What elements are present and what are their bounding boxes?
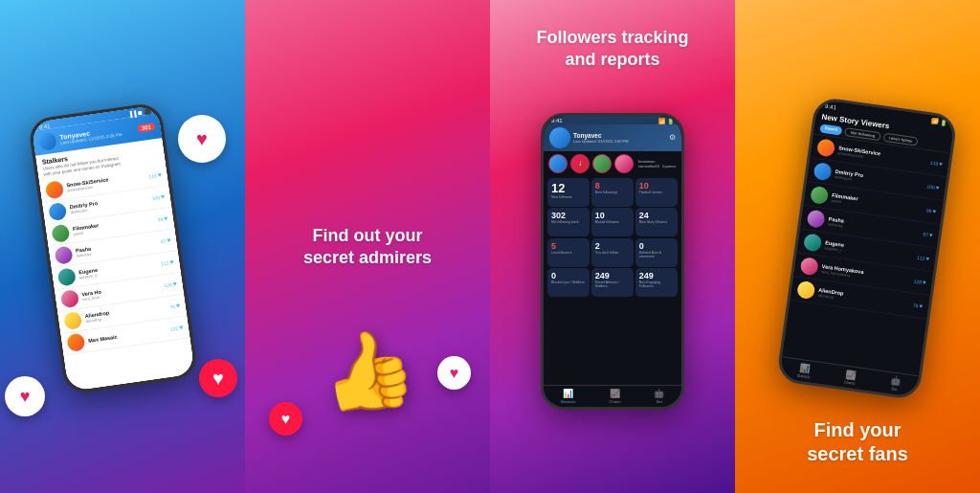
heart-count: 100 ♥ xyxy=(926,183,940,190)
nav-statistics[interactable]: 📊 Statistics xyxy=(561,389,576,404)
heart-count: 87 ♥ xyxy=(923,231,933,237)
stat-label: New Story Viewers xyxy=(639,220,674,224)
avatar xyxy=(800,257,819,276)
stat-box: 12 New followers xyxy=(547,178,590,207)
heart-count: 76 ♥ xyxy=(913,302,924,308)
stat-box: 8 New followings xyxy=(591,178,634,207)
bot-icon: 🤖 xyxy=(654,389,664,398)
heart-count: 112 ♥ xyxy=(161,258,174,266)
stat-number: 12 xyxy=(551,181,586,195)
heart-icon: ♥ xyxy=(932,208,936,213)
user-info: Max Masaic xyxy=(88,326,167,343)
heart-icon: ♥ xyxy=(923,279,926,284)
statistics-icon: 📊 xyxy=(563,389,573,398)
heart-count: 112 ♥ xyxy=(917,254,930,261)
stat-label: Not following back xyxy=(551,220,586,224)
heart-count: 128 ♥ xyxy=(164,280,177,288)
settings-icon[interactable]: ⚙ xyxy=(669,133,676,142)
heart-icon-red: ♥ xyxy=(199,359,237,397)
panel-2-headline: Find out yoursecret admirers xyxy=(303,225,432,268)
heart-count: 87 ♥ xyxy=(160,236,171,244)
story-av-1 xyxy=(548,154,568,173)
stat-label: Mutual followers xyxy=(595,220,630,224)
panel-4-headline: Find yoursecret fans xyxy=(746,418,969,466)
nav-charts[interactable]: 📈 Charts xyxy=(610,389,621,404)
heart-icon-white-2: ♥ xyxy=(5,376,45,416)
stat-label: You don't follow xyxy=(595,251,630,255)
pill-not-following[interactable]: Not following xyxy=(844,127,880,141)
heart-count: 108 ♥ xyxy=(151,192,165,201)
avatar xyxy=(60,288,79,307)
user-name: Max Masaic xyxy=(88,326,167,343)
avatar xyxy=(57,266,77,285)
stat-number: 5 xyxy=(551,241,586,251)
phone-3: 9:41 📶 🔋 Tonyavec Last Updated: 01/22/05… xyxy=(541,113,684,410)
stat-label: Secret Admers / Stalkers xyxy=(595,280,630,288)
stat-box: 249 Non-Engaging Followers xyxy=(635,268,678,297)
nav-bot[interactable]: 🤖 Bot xyxy=(654,389,664,404)
heart-float-1: ♥ xyxy=(437,356,471,390)
heart-icon: ♥ xyxy=(935,184,939,190)
bottom-nav-3: 📊 Statistics 📈 Charts 🤖 Bot xyxy=(544,385,681,407)
nav-charts-4[interactable]: 📈 Charts xyxy=(844,369,858,385)
stat-number: 24 xyxy=(639,211,674,220)
avatar xyxy=(810,185,829,204)
charts-icon-4: 📈 xyxy=(845,369,857,379)
story-av-3 xyxy=(614,154,634,173)
stat-box: 24 New Story Viewers xyxy=(635,208,678,236)
heart-icon: ♥ xyxy=(164,214,168,222)
pill-i-dont-follow[interactable]: I don't follow xyxy=(882,132,918,146)
count-value: 112 xyxy=(917,254,925,260)
stat-box: 0 Deleted likes & comments xyxy=(635,238,678,267)
story-labels: beastman samantha10 lupanov xyxy=(638,159,677,168)
status-time: 9:41 xyxy=(38,122,50,129)
avatar xyxy=(63,310,82,329)
avatar xyxy=(816,138,835,157)
count-value: 99 xyxy=(157,215,163,222)
p3-time: 9:41 xyxy=(551,118,563,123)
stat-number: 0 xyxy=(551,271,586,280)
avatar xyxy=(813,162,832,181)
badge: 301 xyxy=(137,123,155,132)
p4-time: 9:41 xyxy=(825,102,836,110)
heart-icon-white: ♥ xyxy=(178,115,226,163)
avatar xyxy=(796,280,815,299)
count-value: 132 xyxy=(169,325,178,331)
p3-avatar xyxy=(549,127,570,148)
bottom-nav-4: 📊 Statistic 📈 Charts 🤖 Bot xyxy=(779,356,919,397)
nav-statistic-4[interactable]: 📊 Statistic xyxy=(796,362,812,379)
heart-icon: ♥ xyxy=(157,170,162,178)
count-value: 99 xyxy=(925,207,931,213)
stat-box: 10 Tracked stories xyxy=(635,178,678,207)
avatar xyxy=(51,223,70,242)
count-value: 108 xyxy=(151,193,160,200)
count-value: 128 xyxy=(913,278,922,284)
count-value: 128 xyxy=(164,280,172,287)
heart-count: 128 ♥ xyxy=(913,278,926,285)
stat-number: 249 xyxy=(595,271,630,280)
count-value: 87 xyxy=(160,237,166,244)
pill-recent[interactable]: Recent xyxy=(819,123,842,135)
nav-bot-4[interactable]: 🤖 Bot xyxy=(889,375,902,392)
stat-number: 249 xyxy=(639,271,674,280)
stat-label: Tracked stories xyxy=(639,190,674,194)
panel-4: 9:41 📶 🔋 New Story Viewers Recent Not fo… xyxy=(735,0,980,493)
avatar xyxy=(803,233,822,252)
story-avatars: ↓ beastman samantha10 lupanov xyxy=(544,151,681,176)
stat-box: 302 Not following back xyxy=(547,208,590,236)
panel-2: Find out yoursecret admirers 👍 ♥ ♥ xyxy=(245,0,490,493)
panel-3-headline: Followers trackingand reports xyxy=(501,27,724,70)
story-av-2 xyxy=(592,154,612,173)
heart-count: 116 ♥ xyxy=(148,170,162,179)
stat-number: 8 xyxy=(595,181,630,190)
count-value: 87 xyxy=(923,231,928,237)
stat-box: 5 Lost followers xyxy=(547,238,590,267)
heart-icon: ♥ xyxy=(167,236,171,244)
stat-box: 249 Secret Admers / Stalkers xyxy=(591,268,634,297)
heart-float-red: ♥ xyxy=(269,402,302,436)
heart-count: 99 ♥ xyxy=(157,214,168,222)
avatar xyxy=(806,209,825,228)
charts-icon: 📈 xyxy=(610,389,620,398)
heart-icon: ♥ xyxy=(925,256,929,261)
stat-number: 0 xyxy=(639,241,674,251)
